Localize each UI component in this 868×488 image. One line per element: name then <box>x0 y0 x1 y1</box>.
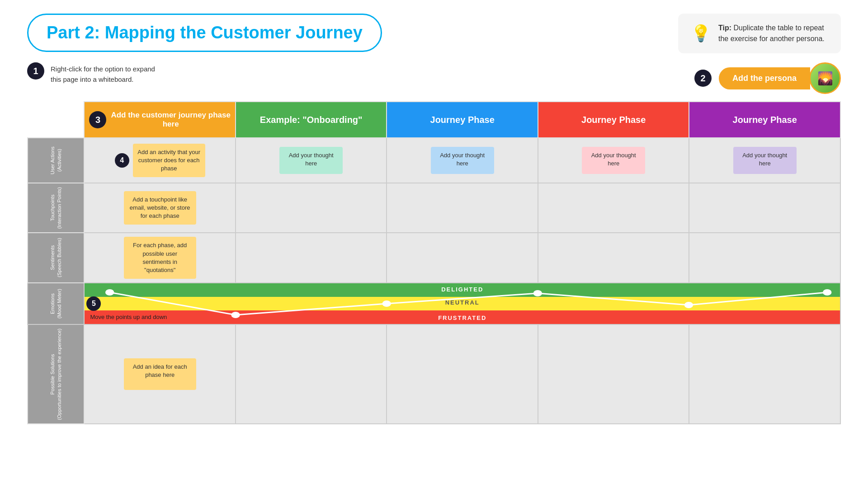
sentiments-jp1-cell[interactable] <box>387 233 538 283</box>
user-actions-jp3-note[interactable]: Add your thought here <box>733 147 797 174</box>
sentiments-phase-note[interactable]: For each phase, add possible user sentim… <box>124 237 196 279</box>
touchpoints-label: Touchpoints (Interaction Points) <box>28 183 84 233</box>
solutions-jp2-cell[interactable] <box>538 324 689 424</box>
sentiments-jp3-cell[interactable] <box>689 233 840 283</box>
jp3-col-label: Journey Phase <box>733 115 797 125</box>
step1-circle: 1 <box>27 62 44 80</box>
user-actions-phase-cell[interactable]: 4 Add an activity that your customer doe… <box>84 138 236 183</box>
solutions-example-cell[interactable] <box>236 324 387 424</box>
sentiments-example-cell[interactable] <box>236 233 387 283</box>
user-actions-example-note[interactable]: Add your thought here <box>279 147 343 174</box>
emotion-point-4 <box>533 290 542 296</box>
tip-content: Tip: Duplicate the table to repeat the e… <box>718 23 828 44</box>
user-actions-jp1-cell[interactable]: Add your thought here <box>387 138 538 183</box>
jp1-col-label: Journey Phase <box>430 115 495 125</box>
header-row: 3 Add the customer journey phase here Ex… <box>28 102 840 138</box>
step1-text: Right-click for the option to expand thi… <box>51 62 155 84</box>
lightbulb-icon: 💡 <box>691 24 711 43</box>
page-title: Part 2: Mapping the Customer Journey <box>47 23 363 42</box>
touchpoints-example-cell[interactable] <box>236 183 387 233</box>
emotions-chart-svg <box>85 283 840 324</box>
emotions-row: Emotions (Mood Meter) DELIGHTED NEUTRAL <box>28 283 840 324</box>
touchpoints-phase-note[interactable]: Add a touchpoint like email, website, or… <box>124 191 196 225</box>
user-actions-label: User Actions (Activities) <box>28 138 84 183</box>
jp3-col-header: Journey Phase <box>689 102 840 138</box>
touchpoints-jp3-cell[interactable] <box>689 183 840 233</box>
solutions-jp1-cell[interactable] <box>387 324 538 424</box>
user-actions-row: User Actions (Activities) 4 Add an activ… <box>28 138 840 183</box>
example-col-label: Example: "Onboarding" <box>260 115 363 125</box>
emotions-label: Emotions (Mood Meter) <box>28 283 84 324</box>
page-header: Part 2: Mapping the Customer Journey 💡 T… <box>0 0 868 62</box>
sentiments-label: Sentiments (Speech Bubbles) <box>28 233 84 283</box>
step3-circle: 3 <box>89 111 106 128</box>
sentiments-jp2-cell[interactable] <box>538 233 689 283</box>
step1-item: 1 Right-click for the option to expand t… <box>27 62 155 84</box>
user-actions-jp2-note[interactable]: Add your thought here <box>582 147 645 174</box>
step2-circle: 2 <box>694 70 712 87</box>
user-actions-phase-note[interactable]: Add an activity that your customer does … <box>133 144 205 178</box>
persona-area[interactable]: 2 Add the persona 🌄 <box>694 62 841 94</box>
user-actions-jp1-note[interactable]: Add your thought here <box>431 147 494 174</box>
tip-body: Duplicate the table to repeat the exerci… <box>718 24 825 42</box>
touchpoints-phase-cell[interactable]: Add a touchpoint like email, website, or… <box>84 183 236 233</box>
user-actions-jp2-cell[interactable]: Add your thought here <box>538 138 689 183</box>
user-actions-jp3-cell[interactable]: Add your thought here <box>689 138 840 183</box>
tip-label: Tip: <box>718 24 731 32</box>
touchpoints-row: Touchpoints (Interaction Points) Add a t… <box>28 183 840 233</box>
solutions-row: Possible Solutions (Opportunities to imp… <box>28 324 840 424</box>
solutions-phase-note[interactable]: Add an idea for each phase here <box>124 358 196 390</box>
touchpoints-jp1-cell[interactable] <box>387 183 538 233</box>
emotion-point-2 <box>231 312 240 318</box>
title-box: Part 2: Mapping the Customer Journey <box>27 14 382 52</box>
jp2-col-label: Journey Phase <box>581 115 646 125</box>
emotion-point-3 <box>382 300 391 307</box>
map-container: 3 Add the customer journey phase here Ex… <box>0 101 868 424</box>
persona-avatar: 🌄 <box>809 62 841 94</box>
emotion-point-5 <box>684 302 693 308</box>
instructions-row: 1 Right-click for the option to expand t… <box>0 62 868 101</box>
jp2-col-header: Journey Phase <box>538 102 689 138</box>
phase-col-header: 3 Add the customer journey phase here <box>84 102 236 138</box>
emotion-point-1 <box>105 289 114 296</box>
sentiments-row: Sentiments (Speech Bubbles) For each pha… <box>28 233 840 283</box>
touchpoints-jp2-cell[interactable] <box>538 183 689 233</box>
step4-circle: 4 <box>115 153 129 168</box>
emotion-point-6 <box>823 289 831 296</box>
phase-col-label: Add the customer journey phase here <box>111 111 231 129</box>
emotions-chart-cell[interactable]: DELIGHTED NEUTRAL FRUSTRATED Move the po… <box>84 283 840 324</box>
add-persona-button[interactable]: Add the persona <box>719 67 810 89</box>
journey-map-table: 3 Add the customer journey phase here Ex… <box>27 101 841 424</box>
example-col-header: Example: "Onboarding" <box>236 102 387 138</box>
solutions-jp3-cell[interactable] <box>689 324 840 424</box>
user-actions-example-cell[interactable]: Add your thought here <box>236 138 387 183</box>
title-container: Part 2: Mapping the Customer Journey <box>27 14 382 52</box>
solutions-label: Possible Solutions (Opportunities to imp… <box>28 324 84 424</box>
sentiments-phase-cell[interactable]: For each phase, add possible user sentim… <box>84 233 236 283</box>
solutions-phase-cell[interactable]: Add an idea for each phase here <box>84 324 236 424</box>
jp1-col-header: Journey Phase <box>387 102 538 138</box>
tip-box: 💡 Tip: Duplicate the table to repeat the… <box>678 14 841 53</box>
